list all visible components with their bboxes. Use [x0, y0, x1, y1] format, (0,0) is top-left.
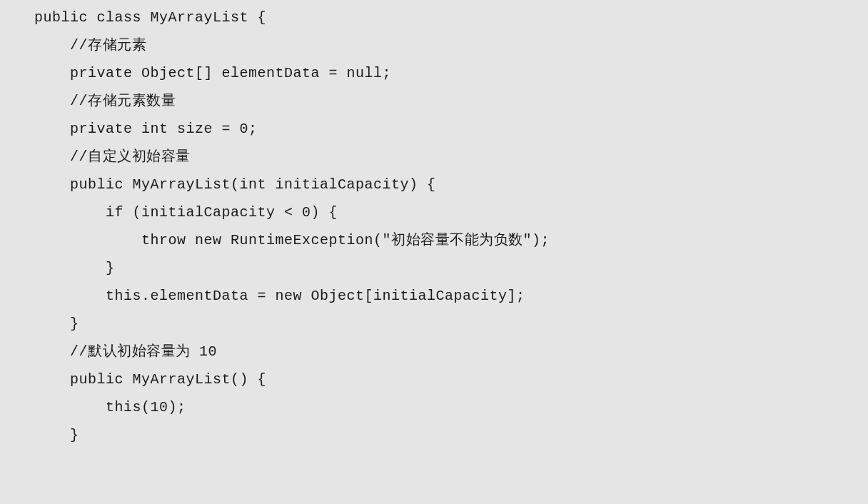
code-line: this(10); — [34, 393, 868, 421]
code-block: public class MyArrayList { //存储元素 privat… — [34, 4, 868, 449]
code-line: //自定义初始容量 — [34, 143, 868, 171]
code-line: } — [34, 310, 868, 338]
code-line: public MyArrayList(int initialCapacity) … — [34, 171, 868, 198]
code-line: private Object[] elementData = null; — [34, 59, 868, 87]
code-line: //默认初始容量为 10 — [34, 338, 868, 366]
code-line: //存储元素数量 — [34, 87, 868, 115]
code-line: public MyArrayList() { — [34, 366, 868, 393]
code-line: this.elementData = new Object[initialCap… — [34, 282, 868, 310]
code-line: } — [34, 421, 868, 449]
code-line: //存储元素 — [34, 31, 868, 59]
code-line: } — [34, 254, 868, 282]
code-line: private int size = 0; — [34, 115, 868, 143]
code-line: public class MyArrayList { — [34, 4, 868, 31]
code-line: if (initialCapacity < 0) { — [34, 198, 868, 226]
code-line: throw new RuntimeException("初始容量不能为负数"); — [34, 226, 868, 254]
